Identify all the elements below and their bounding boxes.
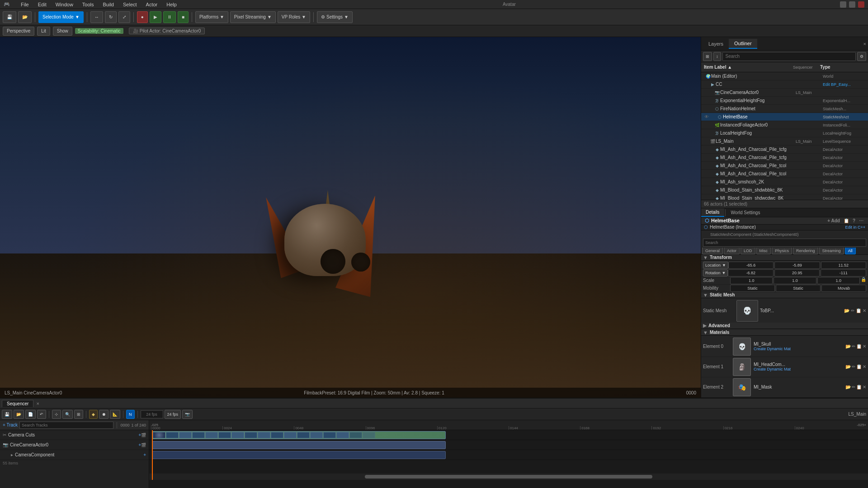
menu-window[interactable]: Window (54, 2, 75, 7)
seq-cam-btn[interactable]: 📷 (182, 410, 193, 419)
scale-btn[interactable]: ⤢ (118, 11, 130, 23)
rotation-x[interactable]: -6.82 (728, 269, 774, 277)
outliner-close-btn[interactable]: × (863, 41, 866, 47)
save-btn[interactable]: 💾 (3, 11, 16, 23)
details-search-input[interactable] (703, 239, 866, 247)
location-x[interactable]: -65.6 (728, 262, 774, 269)
ol-item-blood1[interactable]: ◆ MI_Blood_Stain_shdwbbkc_8K DecalActor (701, 186, 868, 194)
seq-auto-btn[interactable]: ⏺ (99, 410, 108, 419)
ol-item-mi1[interactable]: ◆ MI_Ash_And_Charcoal_Pile_tcfg DecalAct… (701, 145, 868, 154)
sm-clear-btn[interactable]: ✕ (863, 308, 866, 313)
seq-filter-btn[interactable]: 🔍 (62, 410, 73, 419)
cam-component-clip[interactable] (152, 451, 446, 459)
filter-all[interactable]: All (845, 248, 856, 254)
transform-section-header[interactable]: ▼ Transform (701, 255, 868, 261)
mat1-clear[interactable]: ✕ (863, 364, 866, 369)
location-z[interactable]: 11.52 (821, 262, 866, 269)
static-mesh-section-header[interactable]: ▼ Static Mesh (701, 292, 868, 298)
mobility-movab[interactable]: Movab (821, 285, 866, 292)
play-btn[interactable]: ▶ (150, 11, 161, 23)
outliner-filter-btn[interactable]: ⊞ (703, 52, 712, 61)
timeline-scroll-thumb[interactable] (365, 475, 652, 479)
scale-lock-icon[interactable]: 🔒 (861, 277, 866, 284)
pause-btn[interactable]: ⏸ (163, 11, 176, 23)
stop-btn[interactable]: ■ (178, 11, 189, 23)
help-btn[interactable]: ? (852, 218, 856, 223)
playhead[interactable] (152, 430, 153, 480)
transform-btn[interactable]: ↔ (90, 11, 103, 23)
pixel-streaming-btn[interactable]: Pixel Streaming ▼ (230, 11, 276, 23)
lit-btn[interactable]: Lit (37, 27, 50, 36)
mat2-clear[interactable]: ✕ (863, 385, 866, 389)
mat1-copy[interactable]: 📋 (856, 364, 862, 369)
seq-view-btn[interactable]: ⊞ (74, 410, 83, 419)
add-component-btn[interactable]: + Add (826, 218, 841, 223)
menu-build[interactable]: Build (101, 2, 116, 7)
close-btn[interactable] (858, 1, 864, 8)
tab-layers[interactable]: Layers (703, 39, 729, 48)
menu-select[interactable]: Select (121, 2, 139, 7)
vp-roles-btn[interactable]: VP Roles ▼ (278, 11, 310, 23)
fps-btn[interactable]: 24 fps (165, 410, 181, 419)
ol-item-mi4[interactable]: ◆ MI_Ash_And_Charcoal_Pile_tcol DecalAct… (701, 170, 868, 178)
menu-file[interactable]: File (19, 2, 31, 7)
ol-item-blood2[interactable]: ◆ MI_Blood_Stain_shdwcdwc_8K DecalActor (701, 194, 868, 200)
add-cam-comp-btn[interactable]: + (143, 452, 146, 457)
sequencer-timeline[interactable]: -025 0000 0024 0048 0096 0120 0144 0168 … (149, 420, 868, 488)
seq-undo-btn[interactable]: ↶ (37, 410, 46, 419)
scale-z[interactable]: 1.0 (817, 277, 860, 284)
outliner-settings-btn[interactable]: ⚙ (857, 52, 866, 61)
advanced-section-header[interactable]: ▶ Advanced (701, 323, 868, 329)
rotate-btn[interactable]: ↻ (105, 11, 117, 23)
ol-item-mi5[interactable]: ◆ MI_Ash_smshcoh_2K DecalActor (701, 178, 868, 186)
filter-physics[interactable]: Physics (772, 248, 792, 254)
filter-misc[interactable]: Misc (756, 248, 771, 254)
ol-item-helmetbase[interactable]: 👁 ⬡ HelmetBase StaticMeshAct (701, 113, 868, 121)
rotation-select[interactable]: Rotation ▼ (703, 269, 728, 277)
mat2-copy[interactable]: 📋 (856, 385, 862, 389)
tab-world-settings[interactable]: World Settings (726, 209, 765, 216)
maximize-btn[interactable] (849, 1, 855, 8)
platforms-btn[interactable]: Platforms ▼ (195, 11, 228, 23)
scale-x[interactable]: 1.0 (730, 277, 773, 284)
rotation-z[interactable]: -111 (821, 269, 866, 277)
tab-sequencer[interactable]: Sequencer (2, 400, 33, 407)
seq-select-btn[interactable]: ⊹ (52, 410, 61, 419)
mat1-create-btn[interactable]: Create Dynamic Mat (754, 367, 843, 371)
more-btn[interactable]: ⋯ (858, 218, 864, 223)
mat0-copy[interactable]: 📋 (856, 344, 862, 349)
materials-section-header[interactable]: ▼ Materials (701, 330, 868, 336)
outliner-sort-btn[interactable]: ↕ (713, 52, 721, 61)
ol-item-fog[interactable]: 🌫 ExponentialHeightFog ExponentialH... (701, 97, 868, 105)
selection-mode-btn[interactable]: Selection Mode ▼ (38, 11, 84, 23)
filter-streaming[interactable]: Streaming (819, 248, 844, 254)
ol-item-mi3[interactable]: ◆ MI_Ash_And_Charcoal_Pile_tcol DecalAct… (701, 162, 868, 170)
film-strip-clip[interactable] (152, 431, 446, 439)
cine-actor-clip[interactable] (152, 441, 446, 449)
show-btn[interactable]: Show (53, 27, 72, 36)
seq-new-btn[interactable]: 📄 (25, 410, 36, 419)
mat2-edit[interactable]: ✏ (852, 385, 855, 389)
sm-edit-btn[interactable]: ✏ (851, 308, 854, 313)
eye-icon[interactable]: 👁 (703, 114, 710, 119)
ol-item-firenation[interactable]: ⬡ FireNationHelmet StaticMesh... (701, 105, 868, 113)
ol-item-instancedfoliage[interactable]: 🌿 InstancedFoliageActor0 InstancedFoli..… (701, 121, 868, 129)
location-y[interactable]: -5.89 (774, 262, 820, 269)
ol-item-cc[interactable]: ▶ CC Edit BP_Easy... (701, 80, 868, 89)
edit-cpp-btn[interactable]: Edit in C++ (845, 225, 865, 230)
mat1-browse[interactable]: 📂 (845, 364, 851, 369)
open-btn[interactable]: 📂 (18, 11, 32, 23)
ol-item-mi2[interactable]: ◆ MI_Ash_And_Charcoal_Pile_tcfg DecalAct… (701, 154, 868, 162)
blueprint-btn[interactable]: 📋 (843, 218, 850, 223)
record-btn[interactable]: ● (137, 11, 148, 23)
settings-btn[interactable]: ⚙ Settings ▼ (317, 11, 353, 23)
perspective-btn[interactable]: Perspective (3, 27, 34, 36)
col-item-label[interactable]: Item Label ▲ (704, 65, 793, 70)
menu-edit[interactable]: Edit (36, 2, 48, 7)
add-track-btn[interactable]: + Track (3, 422, 18, 427)
track-cine-actor[interactable]: 📷 CineCameraActor0 + 🎬 (0, 440, 149, 450)
outliner-search-input[interactable] (722, 52, 856, 61)
timeline-scrollbar[interactable] (149, 474, 868, 480)
mat0-browse[interactable]: 📂 (845, 344, 851, 349)
tab-details[interactable]: Details (701, 208, 724, 217)
